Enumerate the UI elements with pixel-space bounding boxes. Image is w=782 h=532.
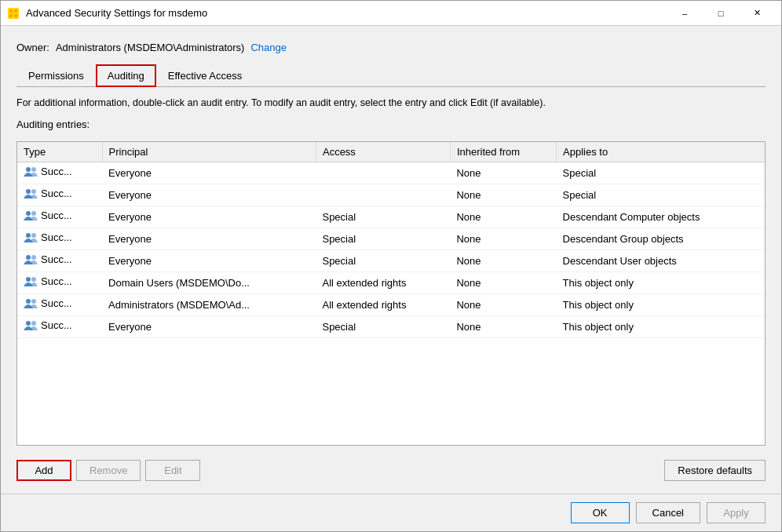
cell-access: All extended rights — [316, 293, 450, 315]
table-row[interactable]: Succ... Everyone None Special — [17, 184, 765, 206]
cell-principal: Everyone — [102, 184, 316, 206]
cell-inherited-from: None — [450, 184, 556, 206]
row-icon: Succ... — [24, 275, 72, 288]
table-row[interactable]: Succ... Everyone None Special — [17, 162, 765, 184]
user-icon — [24, 319, 38, 332]
remove-button[interactable]: Remove — [76, 460, 141, 481]
main-window: Advanced Security Settings for msdemo – … — [0, 0, 782, 532]
row-icon: Succ... — [24, 210, 72, 222]
close-button[interactable]: ✕ — [739, 1, 775, 26]
cancel-button[interactable]: Cancel — [636, 502, 700, 523]
cell-type: Succ... — [17, 228, 102, 250]
cell-applies-to: This object only — [557, 315, 765, 337]
svg-point-12 — [31, 233, 36, 238]
section-label: Auditing entries: — [16, 118, 766, 130]
window-controls: – □ ✕ — [667, 1, 775, 26]
svg-rect-3 — [9, 14, 13, 17]
svg-point-16 — [31, 277, 36, 282]
svg-point-11 — [26, 233, 31, 238]
table-row[interactable]: Succ... Everyone Special None Descendant… — [17, 250, 765, 271]
window-icon — [7, 7, 20, 20]
cell-principal: Everyone — [102, 228, 316, 250]
cell-inherited-from: None — [450, 228, 556, 250]
svg-point-18 — [31, 299, 36, 304]
table-row[interactable]: Succ... Everyone Special None Descendant… — [17, 206, 765, 228]
row-icon: Succ... — [24, 231, 72, 244]
cell-access: All extended rights — [316, 271, 450, 293]
svg-point-13 — [26, 255, 31, 260]
cell-applies-to: Special — [557, 184, 765, 206]
table-row[interactable]: Succ... Domain Users (MSDEMO\Do... All e… — [17, 271, 765, 293]
svg-point-10 — [31, 211, 36, 216]
cell-access: Special — [316, 250, 450, 271]
cell-applies-to: Special — [557, 162, 765, 184]
cell-applies-to: Descendant User objects — [557, 250, 765, 271]
col-applies-to: Applies to — [557, 142, 765, 162]
cell-applies-to: This object only — [557, 271, 765, 293]
owner-row: Owner: Administrators (MSDEMO\Administra… — [16, 38, 766, 56]
auditing-table-container: Type Principal Access Inherited from App… — [16, 141, 766, 446]
svg-point-14 — [31, 255, 36, 260]
svg-point-17 — [26, 299, 31, 304]
svg-rect-1 — [9, 9, 13, 13]
row-icon: Succ... — [24, 188, 72, 200]
cell-type: Succ... — [17, 293, 102, 315]
buttons-left: Add Remove Edit — [16, 460, 200, 481]
maximize-button[interactable]: □ — [703, 1, 739, 26]
tab-auditing[interactable]: Auditing — [96, 64, 156, 87]
table-row[interactable]: Succ... Administrators (MSDEMO\Ad... All… — [17, 293, 765, 315]
ok-button[interactable]: OK — [571, 502, 630, 523]
user-icon — [24, 275, 38, 288]
svg-point-7 — [26, 189, 31, 194]
cell-applies-to: Descendant Computer objects — [557, 206, 765, 228]
cell-access: Special — [316, 206, 450, 228]
cell-inherited-from: None — [450, 250, 556, 271]
cell-principal: Everyone — [102, 206, 316, 228]
tab-bar: Permissions Auditing Effective Access — [16, 64, 766, 87]
cell-principal: Everyone — [102, 315, 316, 337]
cell-principal: Everyone — [102, 162, 316, 184]
minimize-button[interactable]: – — [667, 1, 703, 26]
col-inherited-from: Inherited from — [450, 142, 556, 162]
user-icon — [24, 297, 38, 310]
svg-point-15 — [26, 277, 31, 282]
svg-point-5 — [26, 167, 31, 172]
owner-label: Owner: — [16, 42, 49, 53]
user-icon — [24, 231, 38, 244]
tab-permissions[interactable]: Permissions — [16, 64, 96, 87]
edit-button[interactable]: Edit — [145, 460, 200, 481]
cell-type: Succ... — [17, 184, 102, 206]
cell-principal: Domain Users (MSDEMO\Do... — [102, 271, 316, 293]
description-text: For additional information, double-click… — [16, 97, 766, 111]
table-row[interactable]: Succ... Everyone Special None This objec… — [17, 315, 765, 337]
tab-effective-access[interactable]: Effective Access — [156, 64, 254, 87]
table-header-row: Type Principal Access Inherited from App… — [17, 142, 765, 162]
cell-access — [316, 184, 450, 206]
apply-button[interactable]: Apply — [707, 502, 766, 523]
owner-change-link[interactable]: Change — [250, 42, 287, 53]
col-type: Type — [17, 142, 102, 162]
cell-applies-to: Descendant Group objects — [557, 228, 765, 250]
action-buttons-row: Add Remove Edit Restore defaults — [16, 460, 766, 481]
cell-inherited-from: None — [450, 271, 556, 293]
footer: OK Cancel Apply — [1, 494, 781, 531]
cell-principal: Everyone — [102, 250, 316, 271]
restore-defaults-button[interactable]: Restore defaults — [664, 460, 766, 481]
auditing-table: Type Principal Access Inherited from App… — [17, 142, 765, 338]
cell-type: Succ... — [17, 250, 102, 271]
cell-applies-to: This object only — [557, 293, 765, 315]
cell-inherited-from: None — [450, 293, 556, 315]
svg-point-6 — [31, 167, 36, 172]
cell-access — [316, 162, 450, 184]
table-row[interactable]: Succ... Everyone Special None Descendant… — [17, 228, 765, 250]
owner-value: Administrators (MSDEMO\Administrators) — [56, 42, 245, 53]
user-icon — [24, 166, 38, 178]
main-content: Owner: Administrators (MSDEMO\Administra… — [1, 26, 781, 494]
cell-principal: Administrators (MSDEMO\Ad... — [102, 293, 316, 315]
col-principal: Principal — [102, 142, 316, 162]
cell-inherited-from: None — [450, 315, 556, 337]
cell-type: Succ... — [17, 206, 102, 228]
add-button[interactable]: Add — [16, 460, 71, 481]
row-icon: Succ... — [24, 166, 72, 178]
title-bar: Advanced Security Settings for msdemo – … — [1, 1, 781, 26]
